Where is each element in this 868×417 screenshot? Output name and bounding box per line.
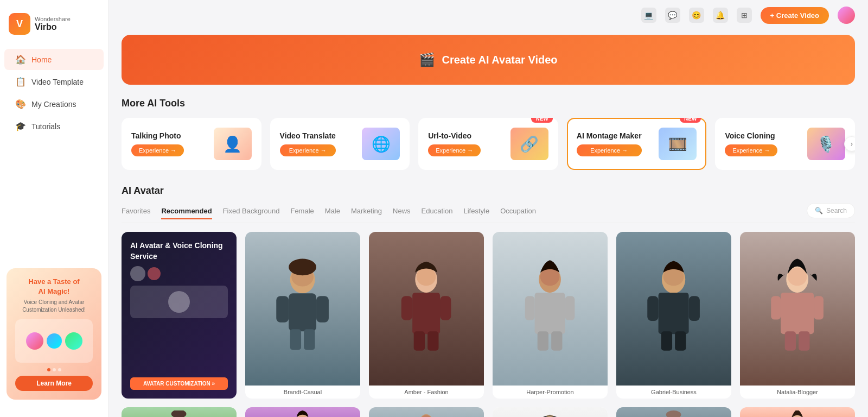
more-tools-title: More AI Tools (122, 98, 855, 109)
top-bar: 💻 💬 😊 🔔 ⊞ + Create Video (217, 0, 868, 30)
avatar-card-row2-1[interactable] (122, 407, 237, 417)
experience-btn-voice-cloning[interactable]: Experience → (725, 144, 777, 156)
tutorials-icon: 🎓 (15, 121, 26, 131)
user-avatar[interactable] (838, 7, 855, 24)
create-video-button[interactable]: + Create Video (761, 7, 829, 24)
tab-occupation[interactable]: Occupation (500, 207, 536, 219)
svg-rect-12 (414, 331, 425, 351)
svg-rect-23 (659, 293, 689, 334)
avatar-figure (639, 239, 708, 377)
avatar-name-gabriel-business: Gabriel-Business (616, 386, 731, 399)
emoji-icon[interactable]: 😊 (689, 8, 704, 23)
tool-visual-url-to-video: 🔗 (510, 128, 548, 160)
brand-main: Virbo (35, 22, 71, 32)
experience-btn-video-translate[interactable]: Experience → (280, 144, 336, 156)
avatar-name-brandt-casual: Brandt-Casual (245, 386, 360, 399)
svg-rect-16 (535, 293, 565, 334)
hero-icon: 🎬 (419, 52, 435, 67)
avatar-figure (392, 239, 461, 377)
sidebar-item-my-creations-label: My Creations (31, 100, 76, 109)
svg-rect-31 (771, 296, 781, 319)
grid-icon[interactable]: ⊞ (737, 8, 752, 23)
tools-nav-next-button[interactable]: › (844, 136, 855, 151)
avatar-card-brandt-casual[interactable]: Brandt-Casual (245, 232, 360, 399)
promo-dots (15, 368, 93, 371)
sidebar-item-home[interactable]: 🏠 Home (4, 49, 104, 70)
tab-lifestyle[interactable]: Lifestyle (463, 207, 489, 219)
avatar-figure (268, 239, 337, 377)
monitor-icon[interactable]: 💻 (641, 8, 656, 23)
experience-btn-talking-photo[interactable]: Experience → (131, 144, 184, 156)
sidebar-item-tutorials[interactable]: 🎓 Tutorials (4, 116, 104, 137)
svg-rect-10 (401, 296, 412, 320)
svg-rect-27 (675, 331, 686, 351)
tab-fixed-background[interactable]: Fixed Background (223, 207, 280, 219)
avatar-card-gabriel-business[interactable]: Gabriel-Business (616, 232, 731, 399)
sidebar-promo-card: Have a Taste of AI Magic! Voice Cloning … (7, 268, 101, 400)
avatar-search[interactable]: 🔍 Search (807, 203, 855, 218)
sidebar-item-my-creations[interactable]: 🎨 My Creations (4, 93, 104, 115)
tab-news[interactable]: News (393, 207, 411, 219)
svg-rect-33 (785, 331, 796, 351)
avatar-grid-row2 (122, 407, 855, 417)
avatar-card-row2-4[interactable] (493, 407, 608, 417)
app-logo-icon: V (9, 13, 30, 35)
tool-name-voice-cloning: Voice Cloning (725, 131, 777, 140)
tool-card-url-to-video[interactable]: NEW Url-to-Video Experience → 🔗 (418, 118, 558, 170)
tab-recommended[interactable]: Recommended (161, 207, 212, 219)
tool-card-video-translate[interactable]: Video Translate Experience → 🌐 (270, 118, 410, 170)
avatar-promo-card[interactable]: AI Avatar & Voice Cloning Service AVATAR… (122, 232, 237, 399)
bell-icon[interactable]: 🔔 (713, 8, 728, 23)
experience-btn-url-to-video[interactable]: Experience → (428, 144, 481, 156)
avatar-tabs: Favorites Recommended Fixed Background F… (122, 203, 855, 223)
avatar-grid-row1: AI Avatar & Voice Cloning Service AVATAR… (122, 232, 855, 399)
svg-point-7 (289, 259, 317, 276)
svg-rect-25 (689, 296, 700, 321)
tool-visual-voice-cloning: 🎙️ (807, 128, 845, 160)
learn-more-button[interactable]: Learn More (15, 376, 93, 391)
tool-card-talking-photo[interactable]: Talking Photo Experience → 👤 (122, 118, 261, 170)
sidebar-item-video-template[interactable]: 📋 Video Template (4, 71, 104, 92)
svg-point-35 (788, 268, 807, 286)
creations-icon: 🎨 (15, 99, 26, 109)
svg-rect-26 (661, 331, 672, 351)
hero-banner[interactable]: 🎬 Create AI Avatar Video (122, 35, 855, 85)
tab-favorites[interactable]: Favorites (122, 207, 150, 219)
svg-rect-11 (440, 296, 451, 320)
avatar-card-row2-6[interactable] (740, 407, 855, 417)
hero-text: Create AI Avatar Video (442, 54, 557, 66)
tab-marketing[interactable]: Marketing (351, 207, 382, 219)
tab-female[interactable]: Female (290, 207, 314, 219)
svg-point-14 (417, 268, 436, 286)
avatar-card-row2-5[interactable] (616, 407, 731, 417)
main-content: 💻 💬 😊 🔔 ⊞ + Create Video 🎬 Create AI Ava… (108, 0, 868, 417)
svg-point-41 (171, 410, 187, 417)
svg-rect-30 (781, 293, 814, 334)
svg-rect-18 (565, 296, 575, 320)
experience-btn-ai-montage[interactable]: Experience → (577, 144, 642, 156)
avatar-card-natalia-blogger[interactable]: Natalia-Blogger (740, 232, 855, 399)
tab-education[interactable]: Education (422, 207, 453, 219)
sidebar-item-video-template-label: Video Template (31, 78, 84, 86)
svg-point-62 (666, 410, 681, 417)
avatar-name-harper-promotion: Harper-Promotion (493, 386, 608, 399)
tool-name-url-to-video: Url-to-Video (428, 131, 481, 140)
search-icon: 🔍 (815, 207, 823, 214)
svg-rect-13 (428, 331, 439, 351)
video-template-icon: 📋 (15, 77, 26, 87)
tool-name-talking-photo: Talking Photo (131, 131, 184, 140)
avatar-name-natalia-blogger: Natalia-Blogger (740, 386, 855, 399)
avatar-card-row2-2[interactable] (245, 407, 360, 417)
tools-row: Talking Photo Experience → 👤 Video Trans… (122, 118, 855, 170)
avatar-customization-button[interactable]: AVATAR CUSTOMIZATION » (130, 377, 228, 390)
svg-rect-20 (552, 331, 563, 351)
avatar-card-row2-3[interactable] (369, 407, 484, 417)
tool-card-ai-montage[interactable]: NEW AI Montage Maker Experience → 🎞️ (567, 118, 707, 170)
avatar-card-harper-promotion[interactable]: Harper-Promotion (493, 232, 608, 399)
svg-rect-9 (413, 293, 441, 334)
avatar-name-amber-fashion: Amber - Fashion (369, 386, 484, 399)
avatar-card-amber-fashion[interactable]: Amber - Fashion (369, 232, 484, 399)
tab-male[interactable]: Male (325, 207, 340, 219)
tool-card-voice-cloning[interactable]: Voice Cloning Experience → 🎙️ (715, 118, 855, 170)
chat-icon[interactable]: 💬 (665, 8, 680, 23)
